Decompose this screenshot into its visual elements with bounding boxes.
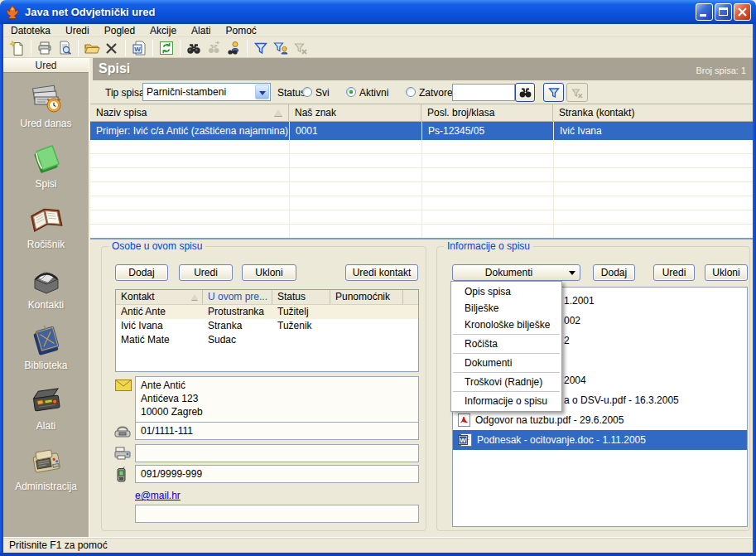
column-header-uloga[interactable]: U ovom pre... bbox=[203, 290, 272, 304]
menu-item-opis-spisa[interactable]: Opis spisa bbox=[451, 283, 561, 300]
fax-icon bbox=[113, 446, 132, 462]
window-border bbox=[753, 24, 756, 556]
sidebar-item-ured-danas[interactable]: Ured danas bbox=[3, 73, 89, 133]
sidebar-item-administracija[interactable]: Administracija bbox=[3, 436, 89, 496]
contacts-table-header: Kontakt U ovom pre... Status Punomoćnik bbox=[116, 290, 418, 305]
window-title: Java net Odvjetnički ured bbox=[25, 6, 156, 18]
column-header-naziv-spisa[interactable]: Naziv spisa bbox=[90, 104, 289, 122]
radio-zatvoreni[interactable] bbox=[406, 87, 416, 97]
document-label: 2 bbox=[564, 331, 570, 351]
case-type-combobox[interactable]: Parnični-stambeni bbox=[142, 83, 271, 101]
menu-uredi[interactable]: Uredi bbox=[58, 24, 97, 37]
section-dropdown-button[interactable]: Dokumenti bbox=[452, 264, 580, 281]
refresh-button[interactable] bbox=[156, 39, 176, 57]
cell-nas-znak: 0001 bbox=[290, 122, 421, 140]
combobox-arrow-button[interactable] bbox=[255, 85, 269, 99]
pdf-file-icon bbox=[458, 413, 470, 427]
filter-contact-button[interactable] bbox=[271, 39, 291, 57]
close-button[interactable] bbox=[734, 3, 751, 21]
column-header-kontakt[interactable]: Kontakt bbox=[116, 290, 203, 304]
document-label: a o DSV-u.pdf - 16.3.2005 bbox=[564, 390, 679, 410]
menu-item-rocista[interactable]: Ročišta bbox=[451, 336, 561, 352]
contact-row[interactable]: Antić Ante Protustranka Tužitelj bbox=[116, 305, 418, 319]
filter-clear-icon bbox=[571, 86, 584, 99]
search-input[interactable] bbox=[452, 84, 515, 101]
type-label: Tip spisa: bbox=[105, 87, 147, 99]
document-row[interactable]: Odgovor na tuzbu.pdf - 29.6.2005 bbox=[453, 410, 747, 430]
address-line: Antićeva 123 bbox=[141, 392, 413, 405]
document-edit-button[interactable]: Uredi bbox=[653, 264, 695, 281]
radio-svi-label[interactable]: Svi bbox=[315, 87, 330, 99]
menu-datoteka[interactable]: Datoteka bbox=[3, 24, 58, 37]
menu-item-dokumenti[interactable]: Dokumenti bbox=[451, 355, 561, 371]
menu-pogled[interactable]: Pogled bbox=[97, 24, 142, 37]
edit-contact-button[interactable]: Uredi kontakt bbox=[345, 264, 418, 281]
open-folder-icon bbox=[84, 40, 100, 56]
person-remove-button[interactable]: Ukloni bbox=[242, 264, 296, 281]
column-header-posl-broj[interactable]: Posl. broj/klasa bbox=[421, 104, 553, 122]
case-row-selected[interactable]: Primjer: Ivić c/a Antić (zaštićena najam… bbox=[90, 122, 753, 140]
contact-row[interactable]: Ivić Ivana Stranka Tuženik bbox=[116, 319, 418, 333]
person-add-button[interactable]: Dodaj bbox=[115, 264, 168, 281]
contact-row[interactable]: Matić Mate Sudac bbox=[116, 333, 418, 347]
cases-icon bbox=[28, 141, 65, 177]
cell: Sudac bbox=[203, 333, 272, 347]
menu-item-troskovi[interactable]: Troškovi (Radnje) bbox=[451, 374, 561, 390]
sidebar-item-rocisnik[interactable]: Ročišnik bbox=[3, 194, 89, 254]
column-header-stranka[interactable]: Stranka (kontakt) bbox=[553, 104, 753, 122]
open-button[interactable] bbox=[82, 39, 102, 57]
empty-grid bbox=[90, 140, 753, 238]
filter-button[interactable] bbox=[251, 39, 271, 57]
find-button[interactable] bbox=[515, 83, 535, 102]
titlebar: Java net Odvjetnički ured bbox=[0, 0, 756, 24]
menu-pomoc[interactable]: Pomoć bbox=[218, 24, 263, 37]
email-link[interactable]: e@mail.hr bbox=[135, 490, 181, 501]
envelope-icon bbox=[115, 380, 132, 394]
menu-akcije[interactable]: Akcije bbox=[142, 24, 184, 37]
person-edit-button[interactable]: Uredi bbox=[179, 264, 233, 281]
radio-aktivni-label[interactable]: Aktivni bbox=[359, 87, 388, 99]
sidebar-item-biblioteka[interactable]: Biblioteka bbox=[3, 315, 89, 375]
print-preview-button[interactable] bbox=[55, 39, 75, 57]
app-logo-icon bbox=[4, 4, 21, 21]
apply-filter-button[interactable] bbox=[543, 83, 564, 102]
sidebar-item-alati[interactable]: Alati bbox=[3, 375, 89, 436]
document-label: 1.2001 bbox=[564, 291, 595, 311]
column-header-nas-znak[interactable]: Naš znak bbox=[289, 104, 421, 122]
menu-item-informacije-o-spisu[interactable]: Informacije o spisu bbox=[451, 393, 561, 409]
maximize-button[interactable] bbox=[715, 3, 732, 21]
sort-ascending-icon bbox=[274, 109, 282, 116]
cell-stranka: Ivić Ivana bbox=[554, 122, 753, 140]
sidebar-item-spisi[interactable]: Spisi bbox=[3, 133, 89, 194]
refresh-icon bbox=[158, 40, 175, 56]
print-button[interactable] bbox=[35, 39, 55, 57]
office-today-icon bbox=[28, 80, 65, 117]
word-export-button[interactable]: W bbox=[129, 39, 149, 57]
delete-button[interactable] bbox=[102, 39, 122, 57]
new-document-button[interactable] bbox=[7, 39, 27, 57]
library-icon bbox=[28, 322, 65, 359]
cell: Ivić Ivana bbox=[116, 319, 203, 333]
document-remove-button[interactable]: Ukloni bbox=[705, 264, 748, 281]
sidebar-item-label: Kontakti bbox=[3, 299, 89, 311]
sidebar-item-kontakti[interactable]: Kontakti bbox=[3, 254, 89, 315]
menu-item-kronoloske-biljeske[interactable]: Kronološke bilješke bbox=[451, 317, 561, 333]
clear-filter-button bbox=[566, 83, 588, 102]
radio-svi[interactable] bbox=[302, 87, 312, 97]
document-add-button[interactable]: Dodaj bbox=[593, 264, 635, 281]
cell bbox=[330, 305, 403, 319]
radio-aktivni[interactable] bbox=[346, 87, 356, 97]
cases-table-header: Naziv spisa Naš znak Posl. broj/klasa St… bbox=[90, 104, 753, 122]
address-line: Ante Antić bbox=[141, 379, 413, 392]
column-header-status[interactable]: Status bbox=[272, 290, 330, 304]
menu-alati[interactable]: Alati bbox=[184, 24, 218, 37]
svg-text:W: W bbox=[134, 45, 141, 52]
column-header-punomocnik[interactable]: Punomoćnik bbox=[330, 290, 403, 304]
cell bbox=[272, 333, 330, 347]
menu-item-biljeske[interactable]: Bilješke bbox=[451, 300, 561, 317]
minimize-button[interactable] bbox=[696, 3, 713, 21]
cell: Protustranka bbox=[203, 305, 272, 319]
search-button[interactable] bbox=[184, 39, 204, 57]
search-contact-button[interactable] bbox=[224, 39, 243, 57]
document-row-selected[interactable]: W Podnesak - ocitovanje.doc - 1.11.2005 bbox=[453, 430, 747, 450]
